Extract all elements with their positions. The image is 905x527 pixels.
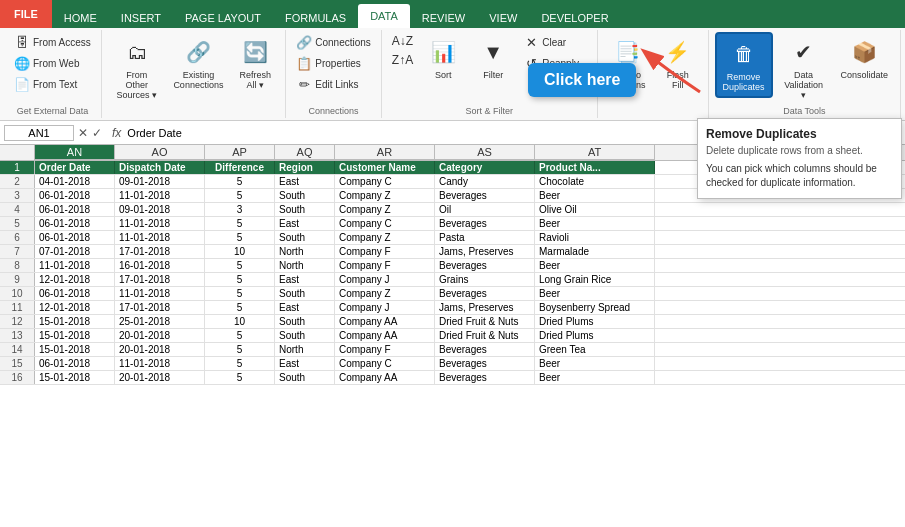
table-cell[interactable]: 07-01-2018 [35,245,115,258]
table-cell[interactable]: Beverages [435,343,535,356]
tab-file[interactable]: FILE [0,0,52,28]
col-header-AO[interactable]: AO [115,145,205,160]
filter-button[interactable]: ▼ Filter [469,32,517,84]
table-cell[interactable]: Region [275,161,335,174]
col-header-AN[interactable]: AN [35,145,115,160]
table-cell[interactable]: 5 [205,175,275,188]
table-cell[interactable]: East [275,273,335,286]
tab-developer[interactable]: DEVELOPER [529,8,620,28]
table-cell[interactable]: Beverages [435,371,535,384]
table-cell[interactable]: Company AA [335,329,435,342]
tab-review[interactable]: REVIEW [410,8,477,28]
table-cell[interactable]: Beverages [435,189,535,202]
table-cell[interactable]: 06-01-2018 [35,231,115,244]
clear-button[interactable]: ✕ Clear [519,32,590,52]
table-cell[interactable]: Company AA [335,371,435,384]
table-cell[interactable]: 11-01-2018 [115,287,205,300]
table-cell[interactable]: 11-01-2018 [115,231,205,244]
table-cell[interactable]: 17-01-2018 [115,301,205,314]
table-cell[interactable]: South [275,329,335,342]
table-cell[interactable]: 5 [205,259,275,272]
table-cell[interactable]: Dried Plums [535,329,655,342]
table-cell[interactable]: South [275,203,335,216]
table-cell[interactable]: Company C [335,357,435,370]
table-cell[interactable]: 17-01-2018 [115,273,205,286]
table-cell[interactable]: Company AA [335,315,435,328]
col-header-AQ[interactable]: AQ [275,145,335,160]
tab-page-layout[interactable]: PAGE LAYOUT [173,8,273,28]
col-header-AR[interactable]: AR [335,145,435,160]
table-cell[interactable]: Difference [205,161,275,174]
table-cell[interactable]: 15-01-2018 [35,343,115,356]
from-text-button[interactable]: 📄 From Text [10,74,95,94]
table-cell[interactable]: East [275,301,335,314]
table-cell[interactable]: Order Date [35,161,115,174]
refresh-all-button[interactable]: 🔄 RefreshAll ▾ [231,32,279,94]
table-cell[interactable]: Company Z [335,189,435,202]
table-cell[interactable]: Grains [435,273,535,286]
sort-za-button[interactable]: Z↑A [388,51,417,69]
table-cell[interactable]: Company F [335,245,435,258]
table-cell[interactable]: North [275,343,335,356]
sort-az-button[interactable]: A↓Z [388,32,417,50]
table-cell[interactable]: Company Z [335,203,435,216]
tab-view[interactable]: VIEW [477,8,529,28]
table-cell[interactable]: Customer Name [335,161,435,174]
col-header-AP[interactable]: AP [205,145,275,160]
table-cell[interactable]: East [275,357,335,370]
table-cell[interactable]: 15-01-2018 [35,329,115,342]
table-cell[interactable]: North [275,245,335,258]
table-cell[interactable]: 11-01-2018 [35,259,115,272]
edit-links-button[interactable]: ✏ Edit Links [292,74,375,94]
table-cell[interactable]: Beer [535,371,655,384]
table-cell[interactable]: 3 [205,203,275,216]
table-cell[interactable]: Beer [535,189,655,202]
table-cell[interactable]: 11-01-2018 [115,217,205,230]
table-cell[interactable]: Company F [335,343,435,356]
table-cell[interactable]: Beer [535,217,655,230]
table-cell[interactable]: South [275,231,335,244]
table-cell[interactable]: 11-01-2018 [115,189,205,202]
table-cell[interactable]: Jams, Preserves [435,245,535,258]
sort-button[interactable]: 📊 Sort [419,32,467,84]
table-cell[interactable]: 09-01-2018 [115,175,205,188]
table-cell[interactable]: Ravioli [535,231,655,244]
table-cell[interactable]: Beverages [435,259,535,272]
table-cell[interactable]: 17-01-2018 [115,245,205,258]
table-cell[interactable]: 15-01-2018 [35,315,115,328]
table-cell[interactable]: Beer [535,259,655,272]
tab-formulas[interactable]: FORMULAS [273,8,358,28]
table-cell[interactable]: 04-01-2018 [35,175,115,188]
table-cell[interactable]: 20-01-2018 [115,371,205,384]
table-cell[interactable]: Dried Plums [535,315,655,328]
formula-confirm[interactable]: ✓ [92,126,102,140]
table-cell[interactable]: Beverages [435,217,535,230]
col-header-AS[interactable]: AS [435,145,535,160]
table-cell[interactable]: Company F [335,259,435,272]
table-cell[interactable]: Category [435,161,535,174]
table-cell[interactable]: Company C [335,217,435,230]
consolidate-button[interactable]: 📦 Consolidate [835,32,894,84]
table-cell[interactable]: South [275,189,335,202]
table-cell[interactable]: Dried Fruit & Nuts [435,315,535,328]
table-cell[interactable]: Product Na... [535,161,655,174]
table-cell[interactable]: Olive Oil [535,203,655,216]
table-cell[interactable]: 10 [205,315,275,328]
click-here-button[interactable]: Click here [528,63,636,97]
table-cell[interactable]: 5 [205,189,275,202]
table-cell[interactable]: 06-01-2018 [35,217,115,230]
table-cell[interactable]: 06-01-2018 [35,357,115,370]
table-cell[interactable]: 06-01-2018 [35,189,115,202]
table-cell[interactable]: 06-01-2018 [35,203,115,216]
table-cell[interactable]: Long Grain Rice [535,273,655,286]
from-other-sources-button[interactable]: 🗂 From OtherSources ▾ [108,32,166,104]
table-cell[interactable]: 5 [205,357,275,370]
table-cell[interactable]: Pasta [435,231,535,244]
table-cell[interactable]: Marmalade [535,245,655,258]
table-cell[interactable]: 5 [205,371,275,384]
table-cell[interactable]: 09-01-2018 [115,203,205,216]
table-cell[interactable]: North [275,259,335,272]
table-cell[interactable]: 15-01-2018 [35,371,115,384]
table-cell[interactable]: 5 [205,329,275,342]
table-cell[interactable]: Green Tea [535,343,655,356]
